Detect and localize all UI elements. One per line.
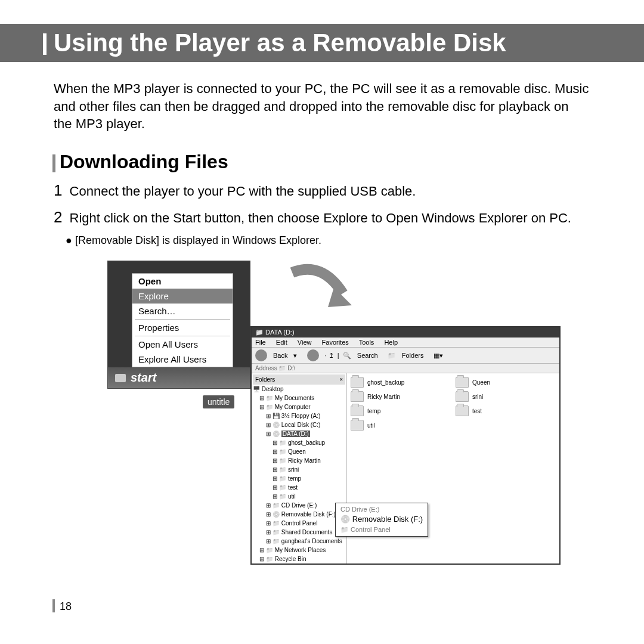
taskbar-item[interactable]: untitle bbox=[203, 395, 234, 408]
step-number: 2 bbox=[54, 208, 62, 226]
forward-button-icon[interactable] bbox=[307, 349, 319, 361]
menu-help[interactable]: Help bbox=[384, 339, 398, 346]
page-title: Using the Player as a Removable Disk bbox=[0, 24, 644, 62]
tree-node[interactable]: ⊞ 📁 My Network Places bbox=[253, 546, 345, 555]
folder-item[interactable]: Queen bbox=[456, 377, 556, 388]
folders-label[interactable]: Folders bbox=[402, 352, 424, 359]
tree-node[interactable]: ⊞ 📁 Queen bbox=[253, 447, 345, 456]
back-label[interactable]: Back bbox=[273, 352, 287, 359]
tree-node[interactable]: ⊞ 📀 DATA (D:) bbox=[253, 429, 345, 438]
tree-node[interactable]: ⊞ 📁 My Documents bbox=[253, 394, 345, 402]
menu-item-explore[interactable]: Explore bbox=[132, 289, 233, 304]
folder-icon bbox=[351, 391, 364, 402]
step-text: Connect the player to your PC with the s… bbox=[70, 184, 416, 199]
folder-icon bbox=[351, 420, 364, 431]
tree-node[interactable]: ⊞ 📁 srini bbox=[253, 465, 345, 474]
menu-bar: File Edit View Favorites Tools Help bbox=[252, 338, 559, 348]
close-icon[interactable]: × bbox=[339, 375, 343, 384]
folder-item[interactable]: test bbox=[456, 405, 556, 416]
tree-node[interactable]: ⊞ 📁 Ricky Martin bbox=[253, 456, 345, 465]
menu-tools[interactable]: Tools bbox=[359, 339, 374, 346]
menu-item-properties[interactable]: Properties bbox=[132, 320, 233, 335]
folder-icon bbox=[456, 377, 469, 388]
menu-item-search[interactable]: Search… bbox=[132, 304, 233, 318]
removable-disk-callout: CD Drive (E:) 📀 Removable Disk (F:) 📁 Co… bbox=[335, 503, 428, 537]
window-titlebar: 📁 DATA (D:) bbox=[252, 327, 559, 338]
search-label[interactable]: Search bbox=[357, 352, 378, 359]
tree-node[interactable]: ⊞ 📁 CD Drive (E:) bbox=[253, 501, 345, 510]
tree-node[interactable]: ⊞ 📁 Recycle Bin bbox=[253, 555, 345, 564]
tree-node[interactable]: ⊞ 📀 Removable Disk (F:) bbox=[253, 510, 345, 519]
folder-icon bbox=[351, 377, 364, 388]
folder-icon bbox=[456, 391, 469, 402]
step-bullet: [Removable Disk] is displayed in Windows… bbox=[66, 233, 590, 249]
explorer-window: 📁 DATA (D:) File Edit View Favorites Too… bbox=[250, 326, 561, 565]
tree-node[interactable]: ⊞ 📁 util bbox=[253, 492, 345, 501]
menu-file[interactable]: File bbox=[255, 339, 266, 346]
intro-paragraph: When the MP3 player is connected to your… bbox=[0, 62, 644, 139]
folder-item[interactable]: srini bbox=[456, 391, 556, 402]
section-heading: Downloading Files bbox=[0, 139, 644, 179]
folder-item[interactable]: Ricky Martin bbox=[351, 391, 451, 402]
tree-node[interactable]: ⊞ 📁 Control Panel bbox=[253, 519, 345, 528]
address-bar[interactable]: Address 📁 D:\ bbox=[252, 364, 559, 373]
back-button-icon[interactable] bbox=[255, 349, 267, 361]
tree-node[interactable]: ⊞ 📁 test bbox=[253, 483, 345, 492]
windows-flag-icon bbox=[115, 374, 126, 382]
step-number: 1 bbox=[54, 181, 62, 199]
arrow-icon bbox=[286, 261, 358, 320]
tree-node[interactable]: ⊞ 📁 Shared Documents bbox=[253, 528, 345, 537]
menu-item-explore-all-users[interactable]: Explore All Users bbox=[132, 352, 233, 367]
folder-tree[interactable]: Folders× 🖥️ Desktop ⊞ 📁 My Documents ⊞ 📁… bbox=[252, 373, 347, 564]
start-button[interactable]: start bbox=[108, 367, 250, 388]
tree-node[interactable]: ⊞ 📀 Local Disk (C:) bbox=[253, 420, 345, 429]
tree-node[interactable]: ⊞ 📁 My Computer bbox=[253, 402, 345, 411]
context-menu: Open Explore Search… Properties Open All… bbox=[132, 273, 233, 367]
tree-node[interactable]: ⊞ 📁 temp bbox=[253, 474, 345, 483]
folder-icon bbox=[456, 405, 469, 416]
menu-favorites[interactable]: Favorites bbox=[322, 339, 349, 346]
menu-view[interactable]: View bbox=[298, 339, 312, 346]
tree-node[interactable]: ⊞ 📁 ghost_backup bbox=[253, 438, 345, 447]
tree-node[interactable]: ⊞ 📁 gangbeat's Documents bbox=[253, 537, 345, 546]
page-number: 18 bbox=[52, 599, 72, 613]
steps-list: 1 Connect the player to your PC with the… bbox=[0, 179, 644, 249]
start-menu-screenshot: Open Explore Search… Properties Open All… bbox=[107, 261, 250, 389]
tree-node[interactable]: 🖥️ Desktop bbox=[253, 385, 345, 394]
screenshot-figure: Open Explore Search… Properties Open All… bbox=[107, 261, 572, 565]
menu-item-open[interactable]: Open bbox=[132, 274, 233, 289]
folder-icon bbox=[351, 405, 364, 416]
step-text: Right click on the Start button, then ch… bbox=[70, 210, 571, 225]
menu-item-open-all-users[interactable]: Open All Users bbox=[132, 337, 233, 352]
folder-item[interactable]: temp bbox=[351, 405, 451, 416]
folder-item[interactable]: util bbox=[351, 420, 451, 431]
toolbar: Back ▾ · ↥ | 🔍 Search 📁 Folders ▦▾ bbox=[252, 348, 559, 364]
menu-edit[interactable]: Edit bbox=[276, 339, 287, 346]
start-label: start bbox=[131, 371, 156, 385]
folder-item[interactable]: ghost_backup bbox=[351, 377, 451, 388]
tree-node[interactable]: ⊞ 💾 3½ Floppy (A:) bbox=[253, 411, 345, 420]
